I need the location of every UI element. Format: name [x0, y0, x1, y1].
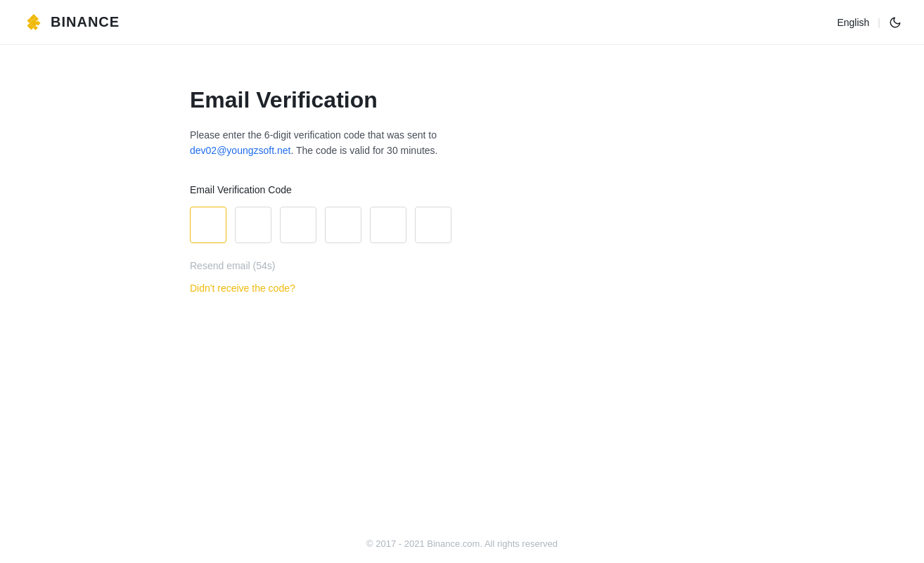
description-text-part2: . The code is valid for 30 minutes. [290, 145, 437, 156]
copyright-text: © 2017 - 2021 Binance.com. All rights re… [366, 538, 558, 549]
header-right: English | [837, 16, 901, 29]
description: Please enter the 6-digit verification co… [190, 127, 457, 159]
code-inputs-container [190, 207, 924, 243]
description-text-part1: Please enter the 6-digit verification co… [190, 129, 437, 141]
code-input-3[interactable] [280, 207, 316, 243]
footer: © 2017 - 2021 Binance.com. All rights re… [0, 524, 924, 563]
binance-logo-icon [23, 11, 45, 34]
code-label: Email Verification Code [190, 184, 924, 195]
theme-toggle-button[interactable] [889, 16, 901, 29]
code-input-4[interactable] [325, 207, 361, 243]
code-input-5[interactable] [370, 207, 406, 243]
page-title: Email Verification [190, 87, 924, 113]
header: BINANCE English | [0, 0, 924, 45]
logo-text: BINANCE [51, 14, 120, 30]
code-input-6[interactable] [415, 207, 451, 243]
moon-icon [889, 16, 901, 29]
language-selector[interactable]: English [837, 17, 869, 28]
logo[interactable]: BINANCE [23, 11, 120, 34]
code-input-2[interactable] [235, 207, 271, 243]
code-input-1[interactable] [190, 207, 226, 243]
main-content: Email Verification Please enter the 6-di… [0, 45, 924, 524]
resend-timer-text: Resend email (54s) [190, 260, 924, 271]
email-address: dev02@youngzsoft.net [190, 145, 290, 156]
didnt-receive-link[interactable]: Didn't receive the code? [190, 283, 924, 294]
header-divider: | [878, 17, 880, 28]
